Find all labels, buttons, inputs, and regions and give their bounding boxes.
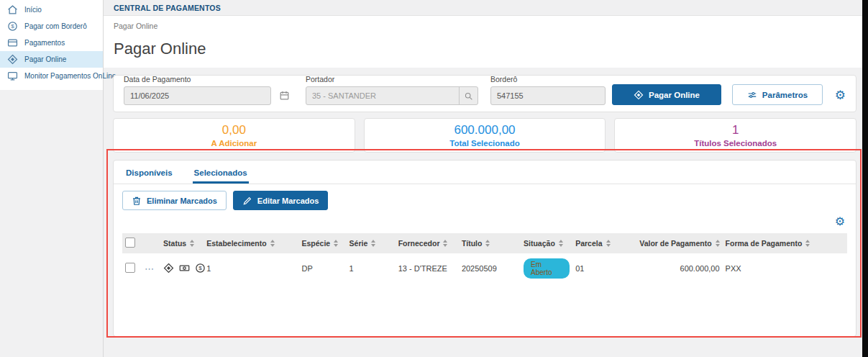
payment-form-card: Data de Pagamento 11/06/2025 Portador 35… [113, 75, 856, 112]
cell-fornecedor: 13 - D'TREZE [396, 253, 459, 284]
sort-icon[interactable] [270, 240, 275, 247]
tab-selecionados[interactable]: Selecionados [193, 161, 249, 184]
diamond-icon [7, 54, 18, 65]
row-menu-icon[interactable]: ⋯ [145, 263, 155, 274]
sidebar-item-label: Início [24, 6, 42, 14]
sliders-icon [747, 90, 757, 100]
row-status-icons: $ [163, 263, 206, 274]
col-fornecedor: Fornecedor [396, 233, 459, 253]
monitor-icon [7, 71, 18, 81]
diamond-icon[interactable] [163, 263, 174, 274]
tab-disponiveis[interactable]: Disponíveis [124, 161, 174, 184]
diamond-icon [634, 90, 644, 100]
portador-value: 35 - SANTANDER [312, 91, 376, 100]
cell-estabelecimento: 1 [204, 253, 298, 284]
sidebar-item-monitor-pagamentos[interactable]: Monitor Pagamentos OnLine [0, 68, 103, 84]
field-label: Borderô [490, 75, 606, 83]
pagar-online-button[interactable]: Pagar Online [612, 84, 721, 105]
sidebar-item-label: Monitor Pagamentos OnLine [24, 72, 116, 80]
sidebar-item-pagar-online[interactable]: Pagar Online [0, 51, 103, 68]
sidebar-item-label: Pagar com Borderô [24, 22, 87, 30]
col-especie: Espécie [298, 233, 346, 253]
breadcrumb[interactable]: Pagar Online [114, 22, 858, 30]
sort-icon[interactable] [606, 240, 611, 247]
col-titulo: Título [459, 233, 521, 253]
sidebar-menu: Início $ Pagar com Borderô Pagamentos Pa… [0, 0, 103, 90]
bordero-input[interactable]: 547155 [490, 86, 606, 105]
sidebar: Início $ Pagar com Borderô Pagamentos Pa… [0, 0, 104, 357]
col-parcela: Parcela [572, 233, 626, 253]
grid-settings-row: ⚙ [114, 213, 856, 228]
card-a-adicionar: 0,00 A Adicionar [113, 118, 355, 153]
titulos-selecionados-label: Títulos Selecionados [694, 139, 777, 148]
sidebar-item-pagamentos[interactable]: Pagamentos [0, 35, 103, 51]
trash-icon [132, 196, 142, 206]
calendar-icon[interactable] [279, 90, 290, 101]
sort-icon[interactable] [485, 240, 490, 247]
sort-icon[interactable] [443, 240, 447, 247]
table-row: ⋯ $ [122, 253, 847, 284]
cell-especie: DP [298, 253, 346, 284]
a-adicionar-label: A Adicionar [211, 139, 257, 148]
app-title: CENTRAL DE PAGAMENTOS [114, 4, 221, 12]
editar-marcados-button[interactable]: Editar Marcados [233, 191, 329, 210]
gear-icon[interactable]: ⚙ [835, 89, 846, 101]
data-pagamento-input[interactable]: 11/06/2025 [124, 86, 271, 105]
pagar-online-label: Pagar Online [649, 91, 700, 99]
select-all-checkbox[interactable] [125, 238, 135, 248]
cell-parcela: 01 [572, 253, 626, 284]
titles-table: Status Estabelecimento Espécie Série For… [122, 233, 847, 284]
dollar-circle-icon[interactable]: $ [195, 263, 206, 274]
portador-input[interactable]: 35 - SANTANDER [306, 86, 478, 105]
status-badge: Em Aberto [524, 258, 570, 279]
svg-text:$: $ [198, 265, 202, 271]
eliminar-marcados-button[interactable]: Eliminar Marcados [122, 191, 227, 210]
titles-grid-card: Disponíveis Selecionados Eliminar Marcad… [113, 160, 856, 337]
cell-forma-pagamento: PXX [723, 253, 847, 284]
banknote-icon[interactable] [179, 263, 190, 274]
sort-icon[interactable] [371, 240, 375, 247]
titulos-selecionados-value: 1 [732, 123, 739, 137]
col-actions [142, 233, 160, 253]
grid-gear-icon[interactable]: ⚙ [835, 214, 845, 228]
col-status: Status [160, 233, 204, 253]
grid-tabs: Disponíveis Selecionados [114, 161, 856, 184]
dollar-circle-icon: $ [7, 21, 18, 32]
sidebar-item-pagar-com-bordero[interactable]: $ Pagar com Borderô [0, 18, 103, 35]
field-data-pagamento: Data de Pagamento 11/06/2025 [124, 75, 271, 105]
parametros-button[interactable]: Parâmetros [732, 84, 823, 105]
field-bordero: Borderô 547155 [490, 75, 606, 105]
col-forma-pagamento: Forma de Pagamento [723, 233, 847, 253]
field-label: Data de Pagamento [124, 75, 271, 83]
sort-icon[interactable] [559, 240, 563, 247]
main-area: CENTRAL DE PAGAMENTOS Pagar Online Pagar… [104, 0, 868, 357]
card-titulos-selecionados: 1 Títulos Selecionados [614, 118, 856, 153]
svg-text:$: $ [11, 23, 14, 30]
total-selecionado-label: Total Selecionado [449, 139, 520, 148]
summary-row: 0,00 A Adicionar 600.000,00 Total Seleci… [113, 118, 856, 153]
grid-actions: Eliminar Marcados Editar Marcados [114, 184, 856, 213]
table-header-row: Status Estabelecimento Espécie Série For… [122, 233, 847, 253]
sidebar-item-inicio[interactable]: Início [0, 1, 103, 18]
col-serie: Série [347, 233, 396, 253]
parametros-label: Parâmetros [762, 91, 808, 99]
card-total-selecionado: 600.000,00 Total Selecionado [364, 118, 606, 153]
page-title: Pagar Online [114, 40, 858, 58]
field-label: Portador [306, 75, 478, 83]
col-situacao: Situação [521, 233, 572, 253]
app-topbar: CENTRAL DE PAGAMENTOS [104, 0, 868, 16]
cell-serie: 1 [347, 253, 396, 284]
sort-icon[interactable] [805, 240, 810, 247]
screen-edge-strip [862, 0, 868, 357]
search-icon[interactable] [459, 87, 478, 104]
content: Data de Pagamento 11/06/2025 Portador 35… [104, 68, 868, 337]
sort-icon[interactable] [334, 240, 338, 247]
a-adicionar-value: 0,00 [222, 123, 246, 137]
card-icon [7, 37, 18, 48]
row-checkbox[interactable] [125, 263, 135, 273]
cell-titulo: 20250509 [459, 253, 521, 284]
sort-icon[interactable] [190, 240, 194, 247]
sort-icon[interactable] [716, 240, 720, 247]
sidebar-item-label: Pagar Online [24, 55, 66, 63]
cell-valor-pagamento: 600.000,00 [626, 253, 722, 284]
